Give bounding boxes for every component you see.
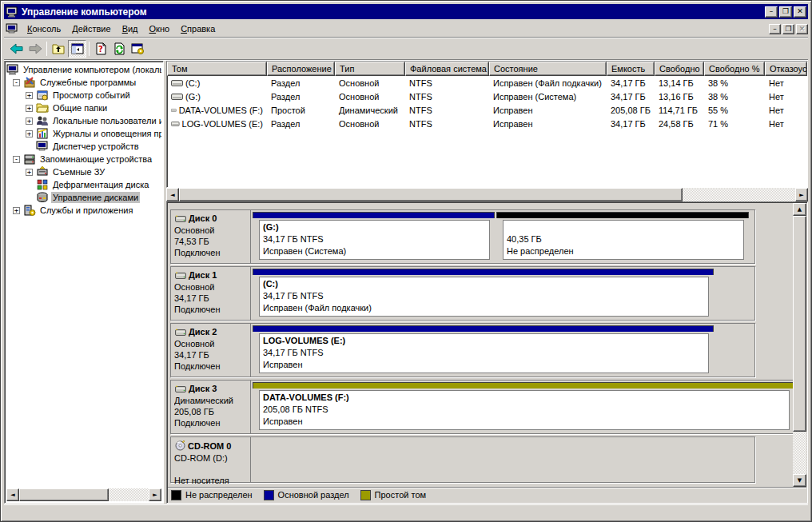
tree-horizontal-scrollbar[interactable]: ◄ ► bbox=[6, 488, 161, 501]
column-header-layout[interactable]: Расположение bbox=[267, 62, 335, 76]
tree-item-computer-management[interactable]: Управление компьютером (локаль bbox=[6, 63, 161, 76]
back-button[interactable] bbox=[7, 40, 26, 58]
menu-view[interactable]: Вид bbox=[117, 22, 144, 36]
column-header-volume[interactable]: Том bbox=[167, 62, 267, 76]
details-pane: Том Расположение Тип Файловая система Со… bbox=[166, 61, 808, 504]
console-window-icon bbox=[6, 22, 18, 35]
cdrom-0-header[interactable]: CD-ROM 0 CD-ROM (D:) Нет носителя bbox=[171, 437, 251, 482]
scroll-right-icon[interactable]: ► bbox=[795, 188, 808, 201]
disk-3-header[interactable]: Диск 3 Динамический 205,08 ГБ Подключен bbox=[171, 381, 251, 433]
legend-simple-volume: Простой том bbox=[360, 490, 426, 500]
tree-item-disk-management[interactable]: Управление дисками bbox=[6, 191, 161, 204]
local-users-icon bbox=[36, 114, 49, 127]
menu-action[interactable]: Действие bbox=[66, 22, 116, 36]
scrollbar-thumb[interactable] bbox=[19, 488, 109, 501]
tree-item-performance-logs[interactable]: + Журналы и оповещения пр bbox=[6, 127, 161, 140]
tree-item-local-users-groups[interactable]: + Локальные пользователи и bbox=[6, 114, 161, 127]
volume-data-volumes[interactable]: DATA-VOLUMES (F:) 205,08 ГБ NTFS Исправе… bbox=[253, 382, 793, 432]
expand-icon[interactable]: + bbox=[26, 118, 33, 125]
child-minimize-button[interactable]: – bbox=[769, 24, 781, 34]
menu-help[interactable]: Справка bbox=[175, 22, 221, 36]
system-tools-icon bbox=[23, 76, 36, 89]
scroll-left-icon[interactable]: ◄ bbox=[6, 488, 19, 501]
child-restore-button[interactable]: ❐ bbox=[782, 24, 794, 34]
collapse-icon[interactable]: - bbox=[13, 156, 20, 163]
collapse-icon[interactable]: - bbox=[13, 79, 20, 86]
window-title: Управление компьютером bbox=[22, 6, 763, 18]
hard-disk-icon bbox=[174, 328, 187, 337]
disk-0-header[interactable]: Диск 0 Основной 74,53 ГБ Подключен bbox=[171, 210, 251, 263]
shared-folders-icon bbox=[36, 102, 49, 114]
computer-icon bbox=[6, 63, 19, 76]
menu-console[interactable]: Консоль bbox=[22, 22, 66, 36]
forward-button[interactable] bbox=[26, 40, 44, 58]
partition-g[interactable]: (G:) 34,17 ГБ NTFS Исправен (Система) bbox=[253, 212, 495, 261]
volume-row-data-volumes[interactable]: DATA-VOLUMES (F:) Простой Динамический N… bbox=[167, 103, 807, 117]
child-close-button[interactable]: ✕ bbox=[796, 24, 808, 34]
expand-icon[interactable]: + bbox=[13, 207, 20, 214]
disk-1-header[interactable]: Диск 1 Основной 34,17 ГБ Подключен bbox=[171, 267, 251, 320]
help-topics-button[interactable]: ? bbox=[92, 40, 110, 58]
column-header-status[interactable]: Состояние bbox=[489, 62, 607, 76]
partition-c[interactable]: (C:) 34,17 ГБ NTFS Исправен (Файл подкач… bbox=[253, 269, 714, 318]
tree-item-event-viewer[interactable]: + Просмотр событий bbox=[6, 89, 161, 102]
minimize-button[interactable]: – bbox=[765, 6, 778, 18]
refresh-button[interactable] bbox=[110, 40, 129, 58]
removable-storage-icon bbox=[36, 165, 49, 178]
scroll-up-icon[interactable]: ▲ bbox=[793, 203, 806, 216]
scrollbar-thumb[interactable] bbox=[179, 188, 683, 201]
performance-logs-icon bbox=[36, 127, 49, 140]
volume-icon bbox=[171, 92, 183, 102]
volume-row-c[interactable]: (C:) Раздел Основной NTFS Исправен (Файл… bbox=[167, 76, 807, 90]
volume-row-g[interactable]: (G:) Раздел Основной NTFS Исправен (Сист… bbox=[167, 90, 807, 103]
column-header-fault-tolerance[interactable]: Отказоуст bbox=[765, 62, 807, 76]
app-icon bbox=[6, 6, 18, 18]
menu-window[interactable]: Окно bbox=[144, 22, 176, 36]
tree-item-system-tools[interactable]: - Служебные программы bbox=[6, 76, 161, 89]
unallocated-space[interactable]: 40,35 ГБ Не распределен bbox=[496, 212, 749, 261]
column-header-type[interactable]: Тип bbox=[335, 62, 405, 76]
tree-item-services-applications[interactable]: + Службы и приложения bbox=[6, 204, 161, 217]
up-one-level-button[interactable] bbox=[50, 40, 68, 58]
volume-list-horizontal-scrollbar[interactable]: ◄ ► bbox=[166, 188, 808, 201]
window-properties-button[interactable] bbox=[129, 40, 147, 58]
column-header-free[interactable]: Свободно bbox=[655, 62, 704, 76]
volume-icon bbox=[171, 78, 183, 88]
main-area: Управление компьютером (локаль - Служебн… bbox=[4, 61, 808, 504]
partition-log-volumes[interactable]: LOG-VOLUMES (E:) 34,17 ГБ NTFS Исправен bbox=[253, 325, 714, 375]
tree-item-shared-folders[interactable]: + Общие папки bbox=[6, 102, 161, 114]
column-header-filesystem[interactable]: Файловая система bbox=[405, 62, 489, 76]
toolbar-separator bbox=[89, 42, 90, 56]
column-header-free-pct[interactable]: Свободно % bbox=[704, 62, 765, 76]
scroll-left-icon[interactable]: ◄ bbox=[166, 188, 179, 201]
maximize-button[interactable]: ❐ bbox=[779, 6, 792, 18]
tree-item-device-manager[interactable]: Диспетчер устройств bbox=[6, 140, 161, 153]
disk-2-header[interactable]: Диск 2 Основной 34,17 ГБ Подключен bbox=[171, 324, 251, 377]
tree-item-disk-defragmenter[interactable]: Дефрагментация диска bbox=[6, 178, 161, 191]
expand-icon[interactable]: + bbox=[26, 92, 33, 99]
show-hide-console-tree-button[interactable] bbox=[68, 40, 86, 58]
disk-row-2: Диск 2 Основной 34,17 ГБ Подключен LOG-V… bbox=[170, 323, 755, 377]
volume-row-log-volumes[interactable]: LOG-VOLUMES (E:) Раздел Основной NTFS Ис… bbox=[167, 117, 807, 130]
tree-item-storage[interactable]: - Запоминающие устройства bbox=[6, 153, 161, 165]
disk-row-3: Диск 3 Динамический 205,08 ГБ Подключен … bbox=[170, 380, 793, 434]
scrollbar-thumb[interactable] bbox=[793, 216, 806, 432]
services-icon bbox=[23, 204, 36, 217]
partition-color-bar bbox=[253, 212, 495, 218]
scroll-down-icon[interactable]: ▼ bbox=[793, 474, 806, 487]
title-bar[interactable]: Управление компьютером – ❐ ✕ bbox=[4, 4, 808, 19]
cdrom-empty-area bbox=[251, 437, 754, 482]
expand-icon[interactable]: + bbox=[26, 130, 33, 137]
expand-icon[interactable]: + bbox=[26, 169, 33, 176]
hard-disk-icon bbox=[174, 214, 187, 223]
disk-view-vertical-scrollbar[interactable]: ▲ ▼ bbox=[793, 203, 806, 487]
tree-item-removable-storage[interactable]: + Съемные ЗУ bbox=[6, 165, 161, 178]
svg-text:?: ? bbox=[98, 45, 103, 54]
close-button[interactable]: ✕ bbox=[794, 6, 806, 18]
column-header-capacity[interactable]: Емкость bbox=[607, 62, 655, 76]
console-tree: Управление компьютером (локаль - Служебн… bbox=[6, 63, 161, 488]
partition-color-bar bbox=[496, 212, 749, 218]
scroll-right-icon[interactable]: ► bbox=[149, 488, 161, 501]
volume-icon bbox=[171, 106, 177, 115]
expand-icon[interactable]: + bbox=[26, 105, 33, 112]
